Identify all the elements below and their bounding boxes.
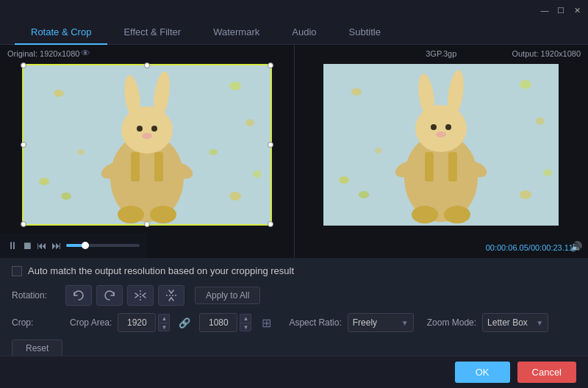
time-display: 00:00:06.05/00:00:23.11 <box>486 243 573 252</box>
svg-point-26 <box>536 118 545 125</box>
svg-point-22 <box>150 206 176 223</box>
svg-point-33 <box>415 105 467 152</box>
close-button[interactable]: ✕ <box>572 5 582 15</box>
play-pause-button[interactable]: ⏸ <box>7 240 18 251</box>
expand-crop-icon[interactable]: ⊞ <box>262 316 271 330</box>
rotate-right-button[interactable] <box>96 285 123 306</box>
tab-subtitle[interactable]: Subtitle <box>333 21 397 44</box>
crop-area-label: Crop Area: <box>70 317 112 328</box>
progress-thumb[interactable] <box>82 242 89 249</box>
ok-button[interactable]: OK <box>455 362 510 383</box>
svg-point-39 <box>445 124 451 130</box>
eye-icon[interactable]: 👁 <box>81 48 90 59</box>
link-icon: 🔗 <box>179 317 190 328</box>
svg-point-40 <box>436 132 446 137</box>
svg-point-3 <box>245 119 254 126</box>
svg-point-6 <box>61 193 71 200</box>
reset-button[interactable]: Reset <box>12 340 62 357</box>
output-label: Output: 1920x1080 <box>512 49 581 58</box>
svg-point-27 <box>339 176 349 184</box>
rotate-left-button[interactable] <box>65 285 92 306</box>
svg-point-8 <box>77 149 85 155</box>
aspect-ratio-label: Aspect Ratio: <box>289 317 341 328</box>
aspect-ratio-dropdown[interactable]: Freely ▼ <box>348 313 414 332</box>
progress-bar[interactable] <box>66 244 140 247</box>
svg-point-2 <box>229 82 241 90</box>
tab-bar: Rotate & Crop Effect & Filter Watermark … <box>0 21 588 45</box>
playback-bar: ⏸ ⏹ ⏮ ⏭ <box>0 233 147 258</box>
svg-point-43 <box>412 206 438 223</box>
preview-left: Original: 1920x1080 👁 <box>0 45 295 258</box>
prev-frame-button[interactable]: ⏮ <box>37 240 47 251</box>
svg-point-18 <box>142 133 152 139</box>
volume-icon[interactable]: 🔊 <box>570 241 582 252</box>
tab-watermark[interactable]: Watermark <box>197 21 276 44</box>
auto-match-checkbox[interactable] <box>12 266 22 276</box>
title-bar: — ☐ ✕ <box>0 0 588 21</box>
svg-point-31 <box>375 148 382 154</box>
flip-vertical-button[interactable] <box>158 285 184 306</box>
svg-point-4 <box>39 178 49 185</box>
svg-point-17 <box>151 126 157 132</box>
svg-point-29 <box>359 191 369 198</box>
svg-point-7 <box>253 170 262 178</box>
svg-point-28 <box>520 190 531 199</box>
crop-height-down[interactable]: ▼ <box>240 323 251 331</box>
preview-area: Original: 1920x1080 👁 <box>0 45 588 258</box>
zoom-mode-label: Zoom Mode: <box>427 317 476 328</box>
minimize-button[interactable]: — <box>539 5 550 15</box>
svg-point-21 <box>118 206 144 223</box>
current-time: 00:00:06.05 <box>486 243 528 252</box>
aspect-ratio-arrow-icon: ▼ <box>401 319 409 327</box>
original-label: Original: 1920x1080 <box>7 49 79 58</box>
crop-width-up[interactable]: ▲ <box>158 314 170 323</box>
zoom-mode-dropdown[interactable]: Letter Box ▼ <box>482 313 548 332</box>
preview-right: 3GP.3gp Output: 1920x1080 <box>295 45 589 258</box>
crop-width-down[interactable]: ▼ <box>158 323 170 331</box>
rotation-label: Rotation: <box>12 290 60 301</box>
original-preview-image <box>22 64 272 226</box>
svg-point-1 <box>54 90 64 97</box>
svg-rect-37 <box>448 152 457 182</box>
tab-effect-filter[interactable]: Effect & Filter <box>107 21 197 44</box>
rotation-buttons <box>65 285 184 306</box>
svg-rect-14 <box>131 152 140 182</box>
auto-match-label: Auto match the output resolution based o… <box>28 265 294 276</box>
tab-rotate-crop[interactable]: Rotate & Crop <box>15 21 107 45</box>
next-frame-button[interactable]: ⏭ <box>51 240 62 251</box>
svg-point-38 <box>431 124 437 130</box>
stop-button[interactable]: ⏹ <box>22 240 32 251</box>
svg-point-5 <box>229 192 241 201</box>
progress-fill <box>66 244 85 247</box>
filename-label: 3GP.3gp <box>426 49 456 58</box>
bottom-bar: OK Cancel <box>0 356 588 388</box>
zoom-mode-value: Letter Box <box>487 317 528 328</box>
crop-row: Crop: Crop Area: ▲ ▼ 🔗 ▲ ▼ ⊞ Aspect Rati… <box>12 313 576 332</box>
tab-audio[interactable]: Audio <box>276 21 332 44</box>
crop-label: Crop: <box>12 317 60 328</box>
crop-height-up[interactable]: ▲ <box>240 314 251 323</box>
total-time: 00:00:23.11 <box>531 243 573 252</box>
crop-width-input[interactable] <box>118 313 156 332</box>
svg-point-16 <box>137 126 143 132</box>
svg-rect-36 <box>425 152 434 182</box>
apply-to-all-button[interactable]: Apply to All <box>195 287 260 304</box>
crop-width-spinner: ▲ ▼ <box>158 314 170 331</box>
auto-match-row: Auto match the output resolution based o… <box>12 265 576 276</box>
controls-section: Auto match the output resolution based o… <box>0 258 588 363</box>
crop-height-group: ▲ ▼ <box>199 313 251 332</box>
crop-height-spinner: ▲ ▼ <box>240 314 251 331</box>
crop-height-input[interactable] <box>199 313 237 332</box>
maximize-button[interactable]: ☐ <box>556 5 566 15</box>
svg-point-11 <box>121 107 173 154</box>
flip-horizontal-button[interactable] <box>127 285 154 306</box>
svg-point-44 <box>444 206 470 223</box>
crop-width-group: ▲ ▼ <box>118 313 170 332</box>
svg-point-30 <box>543 169 552 176</box>
svg-point-24 <box>351 88 362 96</box>
cancel-button[interactable]: Cancel <box>517 362 576 383</box>
rotation-row: Rotation: <box>12 285 576 306</box>
zoom-mode-arrow-icon: ▼ <box>536 319 543 327</box>
svg-point-9 <box>209 149 218 155</box>
output-preview-image <box>323 64 559 226</box>
